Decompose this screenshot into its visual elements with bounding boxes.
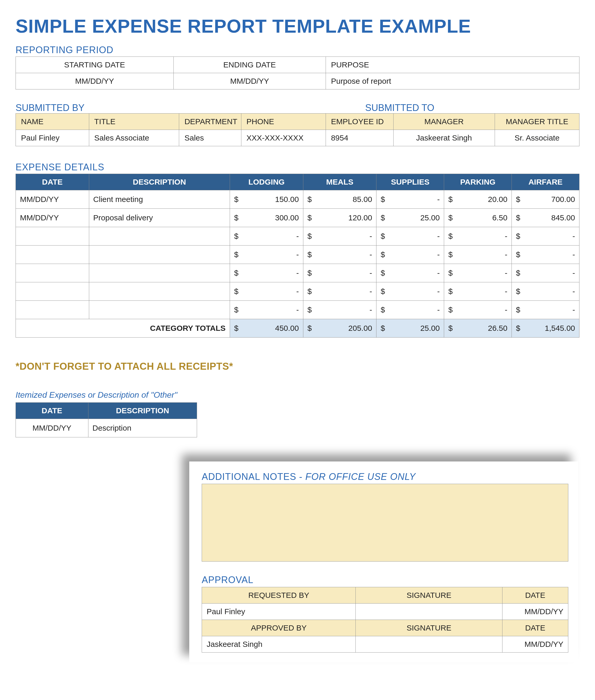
submitted-by-label: SUBMITTED BY xyxy=(16,103,365,113)
expense-date-input[interactable] xyxy=(16,246,89,264)
expense-date-input[interactable]: MM/DD/YY xyxy=(16,190,89,209)
table-row: MM/DD/YY Description xyxy=(16,419,197,437)
expense-meals-input[interactable]: $- xyxy=(303,246,376,264)
col-employee-id: EMPLOYEE ID xyxy=(325,114,393,130)
expense-details-label: EXPENSE DETAILS xyxy=(16,162,579,173)
expense-parking-input[interactable]: $- xyxy=(444,282,512,301)
submitted-table: NAME TITLE DEPARTMENT PHONE EMPLOYEE ID … xyxy=(16,113,579,146)
expense-airfare-input[interactable]: $- xyxy=(512,227,579,246)
expense-airfare-input[interactable]: $845.00 xyxy=(512,209,579,227)
expense-meals-input[interactable]: $- xyxy=(303,282,376,301)
expense-lodging-input[interactable]: $- xyxy=(230,246,303,264)
total-parking: $26.50 xyxy=(444,319,512,338)
expense-lodging-input[interactable]: $150.00 xyxy=(230,190,303,209)
expense-report-page: SIMPLE EXPENSE REPORT TEMPLATE EXAMPLE R… xyxy=(0,0,595,700)
col-starting-date: STARTING DATE xyxy=(16,57,174,73)
expense-parking-input[interactable]: $- xyxy=(444,246,512,264)
itemized-description-input[interactable]: Description xyxy=(88,419,197,437)
approved-date[interactable]: MM/DD/YY xyxy=(502,636,568,652)
expense-airfare-input[interactable]: $- xyxy=(512,301,579,319)
col-description: DESCRIPTION xyxy=(89,174,230,190)
expense-parking-input[interactable]: $- xyxy=(444,264,512,282)
expense-lodging-input[interactable]: $- xyxy=(230,264,303,282)
expense-parking-input[interactable]: $- xyxy=(444,301,512,319)
expense-lodging-input[interactable]: $- xyxy=(230,227,303,246)
col-date: DATE xyxy=(502,587,568,604)
col-parking: PARKING xyxy=(444,174,512,190)
expense-date-input[interactable] xyxy=(16,301,89,319)
expense-meals-input[interactable]: $120.00 xyxy=(303,209,376,227)
page-title: SIMPLE EXPENSE REPORT TEMPLATE EXAMPLE xyxy=(16,16,579,37)
table-row: REQUESTED BY SIGNATURE DATE xyxy=(202,587,568,604)
expense-description-input[interactable] xyxy=(89,301,230,319)
employee-id-input[interactable]: 8954 xyxy=(325,130,393,146)
expense-airfare-input[interactable]: $- xyxy=(512,282,579,301)
table-row: MM/DD/YYProposal delivery$300.00$120.00$… xyxy=(16,209,579,227)
expense-lodging-input[interactable]: $- xyxy=(230,301,303,319)
expense-airfare-input[interactable]: $- xyxy=(512,264,579,282)
expense-parking-input[interactable]: $20.00 xyxy=(444,190,512,209)
expense-supplies-input[interactable]: $- xyxy=(376,264,444,282)
expense-description-input[interactable]: Proposal delivery xyxy=(89,209,230,227)
expense-supplies-input[interactable]: $- xyxy=(376,227,444,246)
manager-input[interactable]: Jaskeerat Singh xyxy=(393,130,495,146)
col-phone: PHONE xyxy=(241,114,325,130)
expense-date-input[interactable] xyxy=(16,282,89,301)
purpose-input[interactable]: Purpose of report xyxy=(325,73,579,89)
requested-date[interactable]: MM/DD/YY xyxy=(502,604,568,620)
approved-by-name[interactable]: Jaskeerat Singh xyxy=(202,636,356,652)
table-row: APPROVED BY SIGNATURE DATE xyxy=(202,620,568,636)
col-airfare: AIRFARE xyxy=(512,174,579,190)
table-row: STARTING DATE ENDING DATE PURPOSE xyxy=(16,57,579,73)
reporting-period-table: STARTING DATE ENDING DATE PURPOSE MM/DD/… xyxy=(16,57,579,89)
expense-description-input[interactable] xyxy=(89,282,230,301)
expense-parking-input[interactable]: $- xyxy=(444,227,512,246)
ending-date-input[interactable]: MM/DD/YY xyxy=(173,73,325,89)
expense-supplies-input[interactable]: $- xyxy=(376,190,444,209)
itemized-date-input[interactable]: MM/DD/YY xyxy=(16,419,88,437)
additional-notes-box[interactable] xyxy=(202,484,568,562)
expense-description-input[interactable] xyxy=(89,264,230,282)
expense-date-input[interactable] xyxy=(16,264,89,282)
expense-meals-input[interactable]: $- xyxy=(303,227,376,246)
expense-supplies-input[interactable]: $- xyxy=(376,246,444,264)
requested-by-name[interactable]: Paul Finley xyxy=(202,604,356,620)
expense-meals-input[interactable]: $- xyxy=(303,264,376,282)
table-row: NAME TITLE DEPARTMENT PHONE EMPLOYEE ID … xyxy=(16,114,579,130)
expense-lodging-input[interactable]: $- xyxy=(230,282,303,301)
expense-supplies-input[interactable]: $- xyxy=(376,301,444,319)
col-supplies: SUPPLIES xyxy=(376,174,444,190)
title-input[interactable]: Sales Associate xyxy=(89,130,179,146)
name-input[interactable]: Paul Finley xyxy=(16,130,89,146)
col-requested-by: REQUESTED BY xyxy=(202,587,356,604)
col-signature: SIGNATURE xyxy=(356,587,502,604)
expense-description-input[interactable] xyxy=(89,227,230,246)
itemized-caption: Itemized Expenses or Description of "Oth… xyxy=(16,390,579,400)
expense-lodging-input[interactable]: $300.00 xyxy=(230,209,303,227)
col-name: NAME xyxy=(16,114,89,130)
table-row: $-$-$-$-$- xyxy=(16,301,579,319)
expense-date-input[interactable]: MM/DD/YY xyxy=(16,209,89,227)
table-row: $-$-$-$-$- xyxy=(16,227,579,246)
total-supplies: $25.00 xyxy=(376,319,444,338)
total-airfare: $1,545.00 xyxy=(512,319,579,338)
expense-airfare-input[interactable]: $700.00 xyxy=(512,190,579,209)
table-row: $-$-$-$-$- xyxy=(16,246,579,264)
total-meals: $205.00 xyxy=(303,319,376,338)
expense-meals-input[interactable]: $- xyxy=(303,301,376,319)
approved-by-signature[interactable] xyxy=(356,636,502,652)
expense-supplies-input[interactable]: $- xyxy=(376,282,444,301)
expense-parking-input[interactable]: $6.50 xyxy=(444,209,512,227)
additional-notes-label: ADDITIONAL NOTES - FOR OFFICE USE ONLY xyxy=(202,471,568,482)
expense-description-input[interactable] xyxy=(89,246,230,264)
starting-date-input[interactable]: MM/DD/YY xyxy=(16,73,174,89)
expense-date-input[interactable] xyxy=(16,227,89,246)
phone-input[interactable]: XXX-XXX-XXXX xyxy=(241,130,325,146)
expense-description-input[interactable]: Client meeting xyxy=(89,190,230,209)
expense-airfare-input[interactable]: $- xyxy=(512,246,579,264)
manager-title-input[interactable]: Sr. Associate xyxy=(495,130,579,146)
department-input[interactable]: Sales xyxy=(179,130,241,146)
expense-meals-input[interactable]: $85.00 xyxy=(303,190,376,209)
expense-supplies-input[interactable]: $25.00 xyxy=(376,209,444,227)
requested-by-signature[interactable] xyxy=(356,604,502,620)
